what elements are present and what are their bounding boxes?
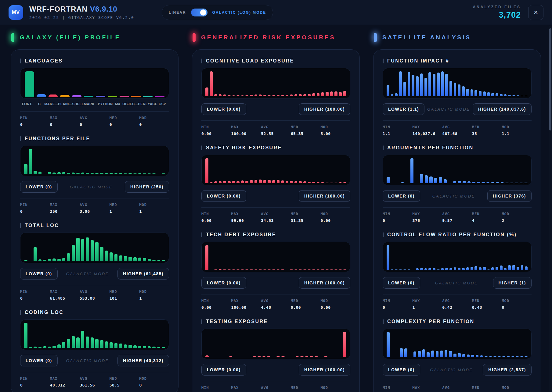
close-button[interactable]: ✕	[528, 5, 543, 20]
higher-button[interactable]: HIGHER (376)	[487, 190, 532, 202]
histogram-bar	[441, 71, 444, 96]
stat-value: 0	[383, 305, 413, 310]
stat-mod: MOD2	[502, 212, 532, 223]
histogram-bar	[214, 269, 217, 270]
histogram-bar	[444, 179, 447, 183]
lower-button[interactable]: LOWER (0)	[20, 268, 58, 280]
histogram-bar	[431, 351, 434, 357]
scrollbar-thumb[interactable]	[549, 28, 551, 130]
lower-button[interactable]: LOWER (0)	[383, 364, 420, 376]
chart-control-flow-ratio	[383, 242, 532, 272]
higher-button[interactable]: HIGHER (2,537)	[483, 364, 532, 376]
stat-label: MOD	[139, 290, 169, 294]
stat-label: MOD	[320, 125, 350, 129]
histogram-bar	[263, 269, 266, 270]
histogram-bar	[277, 95, 280, 96]
column-card-galaxy-file-profile: LANGUAGESFORT...CMAKE...PLAIN...SHELLMAR…	[11, 49, 179, 392]
stat-label: MOD	[139, 116, 169, 120]
higher-button[interactable]: HIGHER (250)	[125, 181, 169, 193]
stat-label: MIN	[383, 125, 413, 129]
histogram-bar	[263, 95, 266, 96]
histogram-bar	[29, 347, 32, 348]
histogram-bar	[24, 164, 27, 174]
histogram-bar	[236, 269, 240, 270]
toggle-label-linear: LINEAR	[169, 10, 186, 15]
card-divider	[20, 111, 169, 112]
lower-button[interactable]: LOWER (0.00)	[201, 364, 246, 376]
stat-value: 61,485	[50, 296, 80, 301]
language-bar	[72, 95, 81, 97]
toggle-switch[interactable]	[191, 9, 207, 16]
card-title-row: TESTING EXPOSURE	[201, 319, 350, 324]
histogram-bar	[228, 181, 231, 183]
histogram-bar	[480, 355, 483, 357]
histogram-bar	[299, 181, 302, 183]
histogram-bar	[81, 239, 85, 261]
stat-avg: AVG361.56	[80, 376, 110, 387]
mode-toggle[interactable]: LINEAR GALACTIC (LOG) MODE	[162, 5, 273, 20]
histogram-bar	[508, 95, 511, 96]
stat-label: MIN	[201, 386, 231, 390]
higher-button[interactable]: HIGHER (61,485)	[117, 268, 169, 280]
lower-button[interactable]: LOWER (0)	[383, 190, 420, 202]
lower-button[interactable]: LOWER (0.00)	[201, 190, 246, 202]
histogram-bar	[105, 173, 108, 174]
galactic-mode-label: GALACTIC MODE	[424, 107, 473, 112]
stat-min: MIN0	[383, 299, 413, 310]
stat-label: MIN	[201, 125, 231, 129]
stat-value: 1	[139, 296, 169, 301]
card-title: SAFETY RISK EXPOSURE	[206, 145, 282, 151]
scrollbar-track[interactable]	[549, 25, 552, 392]
histogram-bar	[162, 260, 165, 261]
card-title: LANGUAGES	[25, 58, 63, 64]
stat-avg: AVG91.62	[261, 386, 291, 392]
stat-value: 0	[139, 122, 169, 127]
histogram-bar	[250, 269, 253, 270]
histogram-bar	[76, 238, 80, 261]
histogram-bar	[263, 180, 266, 183]
stat-label: MED	[110, 116, 139, 120]
card-title-row: FUNCTION IMPACT #	[383, 58, 532, 64]
lower-button[interactable]: LOWER (0)	[383, 277, 420, 289]
lower-button[interactable]: LOWER (0.00)	[201, 103, 246, 115]
stat-mod: MOD5.00	[320, 125, 350, 136]
higher-button[interactable]: HIGHER (40,312)	[117, 355, 169, 366]
stat-value: 4.48	[261, 305, 291, 310]
higher-button[interactable]: HIGHER (140,037.6)	[473, 103, 532, 115]
stat-max: MAX250	[50, 203, 80, 214]
histogram-bar	[119, 173, 122, 174]
histogram-bar	[133, 173, 137, 174]
language-label: C	[34, 102, 44, 106]
higher-button[interactable]: HIGHER (100.00)	[299, 364, 350, 376]
histogram-bar	[245, 181, 248, 183]
higher-button[interactable]: HIGHER (100.00)	[299, 190, 350, 202]
histogram-bar	[453, 354, 456, 357]
histogram-bar	[250, 180, 253, 183]
histogram-bar	[508, 265, 511, 270]
lower-button[interactable]: LOWER (0)	[20, 355, 58, 366]
stat-value: 1.1	[502, 131, 532, 136]
stat-mod: MOD1	[139, 203, 169, 214]
card-title-tick	[383, 145, 384, 150]
higher-button[interactable]: HIGHER (100.00)	[299, 277, 350, 289]
toggle-knob-icon	[200, 9, 206, 16]
histogram-bar	[425, 175, 428, 183]
histogram-bar	[326, 92, 329, 96]
histogram-bar	[517, 95, 519, 96]
lower-button[interactable]: LOWER (0)	[20, 181, 58, 193]
higher-button[interactable]: HIGHER (100.00)	[299, 103, 350, 115]
stat-mod: MOD1	[139, 290, 169, 301]
lower-button[interactable]: LOWER (0.00)	[201, 277, 246, 289]
lower-button[interactable]: LOWER (1.1)	[383, 103, 424, 115]
histogram-bar	[424, 78, 427, 96]
stat-value: 2	[502, 218, 532, 223]
stat-value: 0	[20, 383, 50, 387]
stat-label: AVG	[442, 299, 472, 303]
chart-total-loc	[20, 233, 169, 263]
higher-button[interactable]: HIGHER (1)	[493, 277, 532, 289]
histogram-bar	[95, 242, 99, 261]
histogram-bar	[498, 356, 501, 357]
chart-safety-risk-exposure	[201, 155, 350, 185]
columns-root: GALAXY (FILE) PROFILELANGUAGESFORT...CMA…	[11, 32, 541, 392]
stat-min: MIN0.00	[201, 125, 231, 136]
